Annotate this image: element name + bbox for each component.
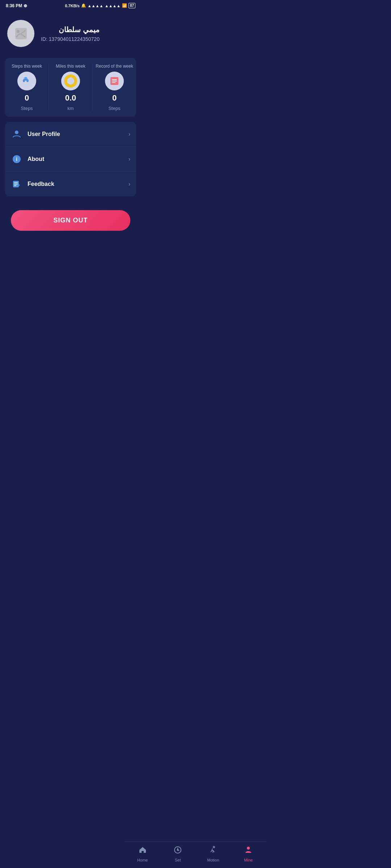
stat-miles-value: 0.0 xyxy=(65,93,76,103)
donut-icon xyxy=(64,75,77,88)
time-display: 8:36 PM xyxy=(6,3,22,8)
feedback-svg-icon xyxy=(12,179,21,189)
silent-icon: 🔔 xyxy=(81,3,86,8)
stat-steps-label: Steps this week xyxy=(12,64,42,69)
battery-level: 87 xyxy=(130,4,134,8)
signal-icon-2: ▲▲▲▲ xyxy=(105,4,121,8)
status-bar: 8:36 PM ⊕ 0.7KB/s 🔔 ▲▲▲▲ ▲▲▲▲ 📶 87 xyxy=(0,0,141,10)
status-right: 0.7KB/s 🔔 ▲▲▲▲ ▲▲▲▲ 📶 87 xyxy=(65,3,135,8)
svg-point-5 xyxy=(24,77,26,79)
user-profile-icon xyxy=(11,128,22,140)
svg-point-11 xyxy=(15,131,18,134)
menu-card: User Profile › i About › Feedback › xyxy=(5,122,136,196)
user-icon xyxy=(12,129,21,139)
about-icon: i xyxy=(11,153,22,165)
info-icon: i xyxy=(12,154,21,164)
avatar-placeholder-icon xyxy=(14,27,28,41)
miles-icon-circle xyxy=(61,72,80,90)
wifi-icon: 📶 xyxy=(122,3,127,8)
svg-rect-9 xyxy=(112,81,117,81)
chevron-right-icon-2: › xyxy=(129,156,130,162)
stat-record: Record of the week 0 Steps xyxy=(93,64,136,111)
signal-icon-1: ▲▲▲▲ xyxy=(88,4,104,8)
record-icon-circle xyxy=(105,72,124,90)
signout-button[interactable]: SIGN OUT xyxy=(11,210,130,231)
svg-point-6 xyxy=(26,77,28,79)
stat-record-unit: Steps xyxy=(108,106,120,111)
svg-point-4 xyxy=(26,79,29,82)
network-speed: 0.7KB/s xyxy=(65,4,79,8)
chevron-right-icon: › xyxy=(129,131,130,137)
status-left: 8:36 PM ⊕ xyxy=(6,3,27,8)
svg-point-3 xyxy=(23,79,25,82)
user-profile-label: User Profile xyxy=(28,131,129,137)
svg-text:i: i xyxy=(16,156,17,162)
stat-steps: Steps this week 0 Steps xyxy=(5,64,49,111)
battery-indicator: 87 xyxy=(129,3,135,8)
chevron-right-icon-3: › xyxy=(129,181,130,187)
profile-section: ميمي سلطان ID: 137904011224350720 xyxy=(0,10,141,54)
signout-container: SIGN OUT xyxy=(0,201,141,239)
menu-item-about[interactable]: i About › xyxy=(5,147,136,172)
steps-icon-circle xyxy=(17,72,36,90)
stats-card: Steps this week 0 Steps Miles this week … xyxy=(5,58,136,117)
menu-item-user-profile[interactable]: User Profile › xyxy=(5,122,136,147)
feedback-icon xyxy=(11,178,22,190)
profile-name: ميمي سلطان xyxy=(41,25,100,34)
stat-record-value: 0 xyxy=(112,93,117,103)
profile-info: ميمي سلطان ID: 137904011224350720 xyxy=(41,25,100,42)
profile-id: ID: 137904011224350720 xyxy=(41,36,100,42)
cast-icon: ⊕ xyxy=(24,3,27,8)
avatar xyxy=(7,20,34,47)
record-icon xyxy=(109,76,120,86)
about-label: About xyxy=(28,156,129,162)
stat-steps-unit: Steps xyxy=(21,106,33,111)
feedback-label: Feedback xyxy=(28,181,129,187)
stat-steps-value: 0 xyxy=(25,93,29,103)
menu-item-feedback[interactable]: Feedback › xyxy=(5,172,136,196)
svg-point-1 xyxy=(17,30,20,33)
svg-rect-10 xyxy=(112,82,115,83)
stat-miles-unit: km xyxy=(67,106,73,111)
paw-icon xyxy=(21,75,33,87)
stat-miles: Miles this week 0.0 km xyxy=(49,64,93,111)
stat-miles-label: Miles this week xyxy=(56,64,85,69)
stat-record-label: Record of the week xyxy=(96,64,133,69)
svg-rect-8 xyxy=(112,79,117,80)
